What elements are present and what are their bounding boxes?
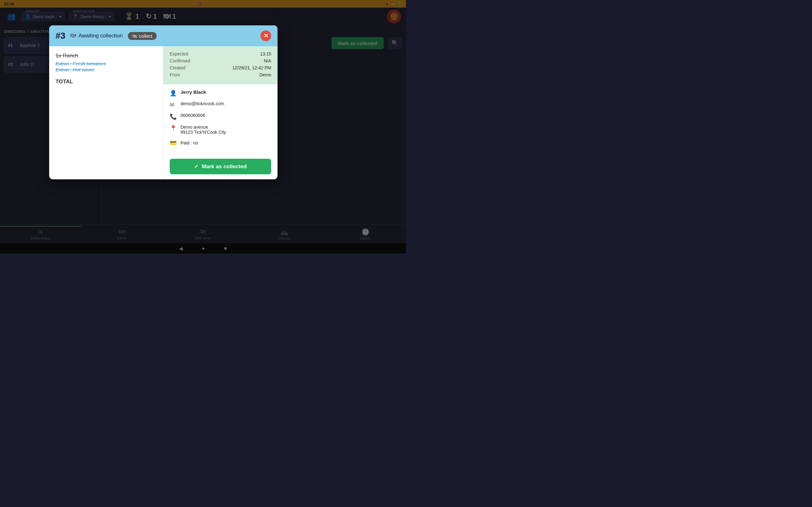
expected-value: 13:15 (260, 51, 271, 56)
customer-address-row: 📍 Demo avenue 99123 Tick'N'Cook City (170, 124, 271, 135)
mark-collected-check-icon: ✓ (194, 163, 199, 170)
paid-status: Paid : no (181, 140, 198, 146)
order-extra-1: Extras : Fresh tomatoes (55, 61, 157, 66)
expected-label: Expected (170, 51, 188, 56)
total-label: TOTAL (55, 78, 157, 85)
close-icon: ✕ (264, 32, 268, 39)
modal-customer-info: Expected 13:15 Confirmed N/A Created 12/… (163, 46, 277, 179)
order-extra-2: Extras : Hot sauce (55, 67, 157, 72)
info-row-from: From Demo (170, 72, 271, 77)
modal-collect-badge: 🛍 collect (128, 32, 157, 40)
from-label: From (170, 72, 180, 77)
modal-header: #3 🍽 Awaiting collection 🛍 collect ✕ (49, 25, 277, 46)
info-row-confirmed: Confirmed N/A (170, 58, 271, 63)
modal-status-text: Awaiting collection (78, 33, 123, 39)
modal-body: 1x Ranch Extras : Fresh tomatoes Extras … (49, 46, 277, 179)
mark-collected-button[interactable]: ✓ Mark as collected (170, 159, 271, 174)
email-icon: ✉ (170, 101, 177, 108)
location-icon: 📍 (170, 125, 177, 132)
info-row-expected: Expected 13:15 (170, 51, 271, 56)
modal-order-number: #3 (55, 31, 65, 41)
order-item-name: 1x Ranch (55, 53, 157, 59)
customer-phone-row: 📞 0606060606 (170, 113, 271, 120)
customer-address: Demo avenue 99123 Tick'N'Cook City (181, 124, 226, 135)
created-value: 12/29/21, 12:42 PM (233, 65, 271, 70)
confirmed-value: N/A (264, 58, 271, 63)
mark-collected-btn-label: Mark as collected (202, 164, 247, 170)
customer-phone: 0606060606 (181, 113, 205, 118)
customer-address-line2: 99123 Tick'N'Cook City (181, 130, 226, 135)
phone-icon: 📞 (170, 113, 177, 120)
customer-email: demo@tickncook.com (181, 101, 224, 106)
order-detail-modal: #3 🍽 Awaiting collection 🛍 collect ✕ 1x … (49, 25, 277, 179)
card-icon: 💳 (170, 139, 177, 147)
person-icon: 👤 (170, 90, 177, 97)
info-row-created: Created 12/29/21, 12:42 PM (170, 65, 271, 70)
customer-name: Jerry Black (181, 89, 206, 95)
customer-email-row: ✉ demo@tickncook.com (170, 101, 271, 108)
modal-collect-icon: 🛍 (132, 33, 137, 39)
customer-address-line1: Demo avenue (181, 124, 226, 130)
modal-close-button[interactable]: ✕ (260, 31, 271, 41)
modal-status: 🍽 Awaiting collection (70, 33, 123, 39)
paid-row: 💳 Paid : no (170, 139, 271, 147)
from-value: Demo (259, 72, 271, 77)
created-label: Created (170, 65, 186, 70)
modal-order-info: Expected 13:15 Confirmed N/A Created 12/… (163, 46, 277, 84)
customer-name-row: 👤 Jerry Black (170, 89, 271, 97)
modal-order-items: 1x Ranch Extras : Fresh tomatoes Extras … (49, 46, 163, 179)
modal-collect-text: collect (139, 33, 153, 39)
confirmed-label: Confirmed (170, 58, 190, 63)
modal-status-icon: 🍽 (70, 33, 76, 39)
modal-customer-contact: 👤 Jerry Black ✉ demo@tickncook.com 📞 060… (163, 84, 277, 154)
